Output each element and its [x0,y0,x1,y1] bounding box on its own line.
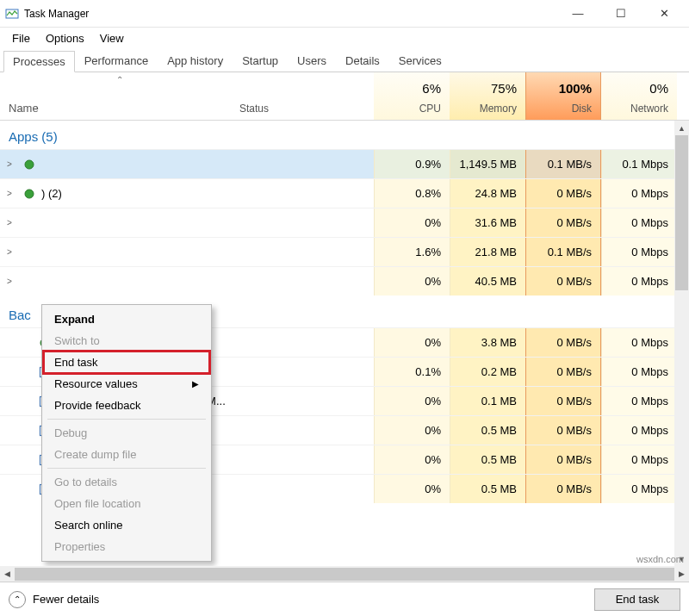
cell-mem: 1,149.5 MB [450,150,525,178]
cell-net: 0 Mbps [601,445,677,474]
ctx-provide-feedback[interactable]: Provide feedback [44,395,209,416]
ctx-resource-values[interactable]: Resource values ▶ [44,373,209,395]
cell-mem: 0.5 MB [450,445,525,474]
hscroll-thumb[interactable] [15,568,674,581]
svg-point-2 [25,190,34,198]
cell-mem: 21.8 MB [450,238,525,266]
header-cpu-lbl: CPU [419,103,441,115]
chevron-right-icon[interactable]: > [7,218,17,227]
header-status[interactable]: Status [239,72,374,120]
scroll-up-icon[interactable]: ▲ [674,121,689,135]
header-cpu-pct: 6% [422,81,441,96]
cell-cpu: 0.9% [374,150,450,178]
ctx-switch-to: Switch to [44,330,209,352]
ctx-end-task[interactable]: End task [44,352,209,373]
chevron-up-icon: ⌃ [9,591,26,608]
tab-performance[interactable]: Performance [75,50,158,72]
scroll-thumb[interactable] [675,135,688,290]
fewer-details-button[interactable]: ⌃ Fewer details [9,591,99,608]
header-memory[interactable]: 75% Memory [450,72,525,120]
tab-startup[interactable]: Startup [233,50,288,72]
process-icon [22,158,36,171]
close-button[interactable]: ✕ [651,3,677,25]
header-network[interactable]: 0% Network [601,72,677,120]
cell-disk: 0.1 MB/s [525,150,601,178]
chevron-right-icon[interactable]: > [7,247,17,257]
cell-net: 0 Mbps [601,387,677,415]
ctx-open-file-location: Open file location [44,493,209,514]
menu-options[interactable]: Options [39,30,91,47]
tab-details[interactable]: Details [336,50,389,72]
cell-disk: 0 MB/s [525,445,601,474]
menu-file[interactable]: File [5,30,37,47]
cell-cpu: 0% [374,208,450,237]
column-headers: ⌃ Name Status 6% CPU 75% Memory 100% Dis… [0,72,689,121]
header-name[interactable]: ⌃ Name [0,72,239,120]
ctx-expand[interactable]: Expand [44,308,209,330]
cell-disk: 0 MB/s [525,475,601,503]
chevron-right-icon[interactable]: > [7,189,17,198]
cell-cpu: 0% [374,445,450,474]
ctx-separator [47,468,206,469]
table-row[interactable]: >1.6%21.8 MB0.1 MB/s0 Mbps [0,237,689,266]
cell-mem: 24.8 MB [450,179,525,208]
minimize-button[interactable]: — [565,3,591,25]
cell-cpu: 1.6% [374,238,450,266]
table-row[interactable]: >) (2)0.8%24.8 MB0 MB/s0 Mbps [0,178,689,208]
header-net-lbl: Network [630,103,668,115]
tab-bar: Processes Performance App history Startu… [0,48,689,72]
cell-cpu: 0% [374,416,450,445]
sort-indicator-icon: ⌃ [116,75,123,84]
app-icon [5,7,19,21]
tab-users[interactable]: Users [288,50,336,72]
table-row[interactable]: >0.9%1,149.5 MB0.1 MB/s0.1 Mbps [0,149,689,178]
cell-mem: 0.5 MB [450,475,525,503]
cell-mem: 0.2 MB [450,358,525,386]
header-mem-pct: 75% [491,81,517,96]
cell-mem: 3.8 MB [450,328,525,357]
title-bar: Task Manager — ☐ ✕ [0,0,689,28]
tab-services[interactable]: Services [389,50,451,72]
svg-point-1 [25,160,34,169]
chevron-right-icon[interactable]: > [7,159,17,169]
vertical-scrollbar[interactable]: ▲ ▼ [674,121,689,566]
cell-net: 0 Mbps [601,416,677,445]
tab-processes[interactable]: Processes [3,51,75,72]
header-disk[interactable]: 100% Disk [525,72,601,120]
ctx-resource-values-label: Resource values [54,377,138,390]
horizontal-scrollbar[interactable]: ◀ ▶ [0,566,689,582]
table-row[interactable]: >0%31.6 MB0 MB/s0 Mbps [0,208,689,237]
cell-mem: 0.5 MB [450,416,525,445]
cell-cpu: 0.1% [374,358,450,386]
chevron-right-icon[interactable]: > [7,277,17,286]
header-disk-lbl: Disk [572,103,592,115]
cell-net: 0 Mbps [601,475,677,503]
ctx-separator [47,419,206,420]
maximize-button[interactable]: ☐ [608,3,634,25]
cell-net: 0.1 Mbps [601,150,677,178]
submenu-arrow-icon: ▶ [192,379,199,389]
header-cpu[interactable]: 6% CPU [374,72,450,120]
menu-view[interactable]: View [93,30,131,47]
table-row[interactable]: >0%40.5 MB0 MB/s0 Mbps [0,266,689,296]
cell-disk: 0 MB/s [525,416,601,445]
scroll-right-icon[interactable]: ▶ [674,567,689,582]
process-icon [22,246,36,259]
footer-bar: ⌃ Fewer details End task [0,582,689,616]
cell-disk: 0 MB/s [525,267,601,296]
ctx-search-online[interactable]: Search online [44,514,209,536]
fewer-details-label: Fewer details [33,593,99,606]
window-controls: — ☐ ✕ [565,3,677,25]
ctx-properties: Properties [44,536,209,557]
cell-net: 0 Mbps [601,208,677,237]
process-list: Apps (5) >0.9%1,149.5 MB0.1 MB/s0.1 Mbps… [0,121,689,566]
tab-apphistory[interactable]: App history [158,50,233,72]
scroll-left-icon[interactable]: ◀ [0,567,15,582]
section-apps[interactable]: Apps (5) [0,121,689,149]
cell-mem: 40.5 MB [450,267,525,296]
end-task-button[interactable]: End task [594,588,680,611]
cell-disk: 0 MB/s [525,387,601,415]
cell-disk: 0 MB/s [525,358,601,386]
process-icon [22,275,36,289]
cell-net: 0 Mbps [601,238,677,266]
